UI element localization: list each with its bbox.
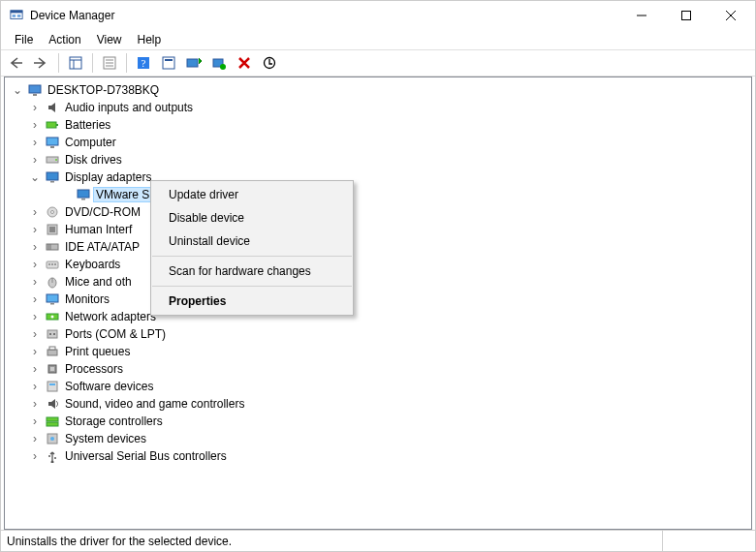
expand-icon[interactable]: › bbox=[28, 154, 42, 166]
menu-bar: File Action View Help bbox=[1, 30, 755, 49]
expand-icon[interactable]: › bbox=[28, 415, 42, 427]
expand-icon[interactable]: › bbox=[28, 450, 42, 462]
toolbar-button[interactable] bbox=[157, 52, 180, 74]
device-category-icon bbox=[45, 361, 60, 377]
svg-rect-17 bbox=[163, 57, 174, 69]
expand-icon[interactable]: › bbox=[28, 398, 42, 410]
device-category-icon bbox=[45, 152, 60, 168]
help-button[interactable]: ? bbox=[132, 52, 155, 74]
tree-item[interactable]: ›Network adapters bbox=[5, 308, 751, 325]
expand-icon[interactable]: › bbox=[28, 241, 42, 253]
tree-item[interactable]: ›Batteries bbox=[5, 116, 751, 134]
expand-icon[interactable]: › bbox=[28, 276, 42, 288]
device-category-icon bbox=[45, 396, 60, 412]
maximize-button[interactable] bbox=[664, 1, 709, 30]
svg-point-30 bbox=[55, 159, 57, 161]
svg-rect-32 bbox=[50, 181, 54, 183]
expand-icon[interactable]: › bbox=[28, 102, 42, 113]
svg-rect-34 bbox=[81, 199, 85, 200]
tree-item-label: Sound, video and game controllers bbox=[63, 397, 246, 411]
show-hide-tree-button[interactable] bbox=[64, 52, 87, 74]
menu-help[interactable]: Help bbox=[130, 32, 170, 47]
tree-item[interactable]: ›Universal Serial Bus controllers bbox=[5, 447, 751, 465]
device-category-icon bbox=[45, 100, 60, 115]
expand-icon[interactable]: › bbox=[28, 293, 42, 305]
context-scan-hardware[interactable]: Scan for hardware changes bbox=[151, 260, 353, 283]
device-category-icon bbox=[45, 117, 60, 133]
tree-item[interactable]: ›Disk drives bbox=[5, 151, 751, 169]
expand-icon[interactable]: › bbox=[28, 346, 42, 357]
svg-rect-19 bbox=[187, 59, 198, 67]
tree-item[interactable]: ›Processors bbox=[5, 360, 751, 378]
expand-icon[interactable]: › bbox=[28, 137, 42, 148]
svg-rect-61 bbox=[47, 417, 58, 421]
expand-icon[interactable]: › bbox=[28, 311, 42, 322]
device-category-icon bbox=[45, 274, 60, 290]
svg-rect-5 bbox=[682, 12, 691, 20]
expand-icon[interactable]: › bbox=[28, 224, 42, 235]
expand-icon[interactable]: › bbox=[28, 206, 42, 218]
expand-icon[interactable]: ⌄ bbox=[11, 84, 24, 96]
tree-item-label: Universal Serial Bus controllers bbox=[63, 449, 229, 463]
context-update-driver[interactable]: Update driver bbox=[151, 183, 353, 206]
svg-text:?: ? bbox=[142, 57, 146, 69]
app-icon bbox=[9, 8, 24, 23]
svg-rect-2 bbox=[13, 15, 16, 17]
device-category-icon bbox=[45, 448, 60, 464]
tree-item[interactable]: ›Computer bbox=[5, 134, 751, 151]
disable-button[interactable] bbox=[258, 52, 281, 74]
svg-rect-25 bbox=[47, 122, 56, 128]
tree-item[interactable]: ›Monitors bbox=[5, 291, 751, 308]
computer-icon bbox=[27, 82, 43, 98]
tree-item[interactable]: ›DVD/CD-ROM bbox=[5, 203, 751, 221]
scan-hardware-button[interactable] bbox=[207, 52, 231, 74]
svg-point-54 bbox=[53, 333, 55, 335]
properties-button[interactable] bbox=[98, 52, 121, 74]
svg-rect-3 bbox=[17, 15, 21, 17]
close-button[interactable] bbox=[709, 1, 753, 30]
menu-action[interactable]: Action bbox=[41, 32, 88, 47]
tree-item[interactable]: ›Print queues bbox=[5, 343, 751, 360]
menu-view[interactable]: View bbox=[89, 32, 130, 47]
expand-icon[interactable]: ⌄ bbox=[28, 171, 42, 183]
tree-item[interactable]: ›Mice and oth bbox=[5, 273, 751, 291]
expand-icon[interactable]: › bbox=[28, 119, 42, 131]
tree-item-selected[interactable]: VMware S bbox=[5, 186, 751, 203]
device-tree[interactable]: ⌄ DESKTOP-D738BKQ ›Audio inputs and outp… bbox=[4, 77, 752, 530]
device-category-icon bbox=[45, 414, 60, 429]
tree-item[interactable]: ›Sound, video and game controllers bbox=[5, 395, 751, 413]
tree-root[interactable]: ⌄ DESKTOP-D738BKQ bbox=[5, 81, 751, 99]
tree-item[interactable]: ›Ports (COM & LPT) bbox=[5, 325, 751, 343]
context-properties[interactable]: Properties bbox=[151, 290, 353, 313]
tree-item[interactable]: ›Human Interf bbox=[5, 221, 751, 238]
expand-icon[interactable]: › bbox=[28, 381, 42, 392]
expand-icon[interactable]: › bbox=[28, 363, 42, 375]
back-button[interactable] bbox=[5, 52, 28, 74]
forward-button[interactable] bbox=[30, 52, 53, 74]
tree-item-label: VMware S bbox=[94, 188, 151, 201]
tree-item[interactable]: ›Storage controllers bbox=[5, 413, 751, 430]
expand-icon[interactable]: › bbox=[28, 433, 42, 445]
tree-item[interactable]: ›IDE ATA/ATAP bbox=[5, 238, 751, 256]
tree-item[interactable]: ›Keyboards bbox=[5, 256, 751, 273]
expand-icon[interactable]: › bbox=[28, 259, 42, 270]
menu-file[interactable]: File bbox=[7, 32, 41, 47]
tree-item[interactable]: ›System devices bbox=[5, 430, 751, 447]
svg-point-53 bbox=[49, 333, 51, 335]
context-uninstall-device[interactable]: Uninstall device bbox=[151, 230, 353, 253]
svg-point-21 bbox=[220, 64, 226, 70]
context-disable-device[interactable]: Disable device bbox=[151, 206, 353, 230]
tree-item[interactable]: ›Audio inputs and outputs bbox=[5, 99, 751, 116]
status-text: Uninstalls the driver for the selected d… bbox=[7, 535, 232, 548]
uninstall-button[interactable] bbox=[233, 52, 256, 74]
svg-rect-28 bbox=[50, 146, 54, 148]
window-controls bbox=[619, 1, 753, 30]
update-driver-button[interactable] bbox=[182, 52, 205, 74]
svg-rect-49 bbox=[50, 303, 54, 305]
svg-rect-24 bbox=[33, 94, 37, 96]
toolbar-separator bbox=[126, 53, 127, 73]
tree-item[interactable]: ›Software devices bbox=[5, 378, 751, 395]
expand-icon[interactable]: › bbox=[28, 328, 42, 340]
tree-item[interactable]: ⌄Display adapters bbox=[5, 169, 751, 186]
minimize-button[interactable] bbox=[619, 1, 664, 30]
